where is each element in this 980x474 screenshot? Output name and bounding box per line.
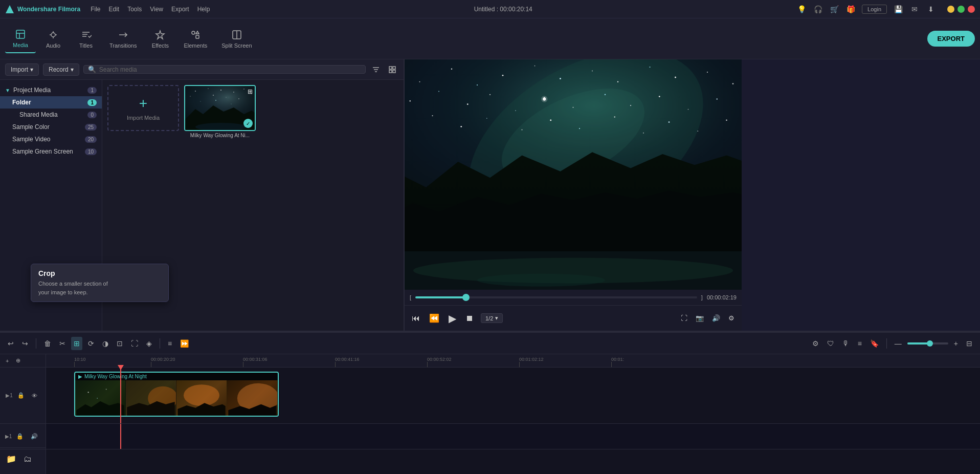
- tab-split-screen[interactable]: Split Screen: [215, 25, 258, 53]
- close-button[interactable]: ✕: [968, 6, 975, 13]
- rotation-button[interactable]: ⟳: [85, 337, 97, 350]
- sidebar-item-sample-video[interactable]: Sample Video 20: [0, 133, 102, 145]
- import-dropdown[interactable]: Import ▾: [5, 63, 39, 76]
- progress-thumb[interactable]: [462, 294, 470, 301]
- search-input[interactable]: [99, 66, 361, 73]
- minimize-button[interactable]: —: [947, 6, 954, 13]
- undo-button[interactable]: ↩: [5, 337, 16, 350]
- svg-point-80: [88, 392, 89, 393]
- skip-back-button[interactable]: ⏮: [410, 312, 422, 325]
- menu-help[interactable]: Help: [197, 6, 210, 13]
- zoom-in-button[interactable]: +: [951, 337, 961, 350]
- bookmark-icon[interactable]: 🔖: [867, 337, 881, 350]
- fullscreen-preview-button[interactable]: ⛶: [679, 312, 689, 324]
- svg-point-24: [215, 100, 216, 101]
- filter-button[interactable]: [370, 63, 382, 76]
- audio-edit-button[interactable]: ≡: [165, 337, 174, 350]
- maximize-button[interactable]: □: [957, 6, 965, 13]
- svg-point-19: [190, 96, 190, 96]
- menu-view[interactable]: View: [150, 6, 163, 13]
- stop-button[interactable]: ⏹: [463, 312, 476, 325]
- svg-point-67: [579, 128, 580, 129]
- sidebar-item-sample-color[interactable]: Sample Color 25: [0, 121, 102, 133]
- clip-play-icon: ▶: [78, 374, 82, 379]
- gift-icon[interactable]: 🎁: [845, 4, 856, 14]
- tab-titles[interactable]: Titles: [71, 25, 101, 53]
- cut-button[interactable]: ✂: [57, 337, 68, 350]
- redo-button[interactable]: ↪: [19, 337, 31, 350]
- save-icon[interactable]: 💾: [893, 4, 903, 14]
- fullscreen-button[interactable]: ⛶: [128, 337, 141, 350]
- svg-point-38: [592, 71, 593, 72]
- export-button[interactable]: EXPORT: [927, 31, 975, 47]
- timeline-right-controls: ⚙ 🛡 🎙 ≡ 🔖 — + ⊟: [810, 337, 975, 350]
- fill-button[interactable]: ◈: [144, 337, 154, 350]
- sidebar-item-folder[interactable]: Folder 1: [0, 96, 102, 109]
- svg-point-70: [669, 121, 670, 123]
- message-icon[interactable]: ✉: [909, 4, 920, 14]
- zoom-slider[interactable]: [907, 342, 948, 344]
- media-item-milky-way[interactable]: ⊞ ✓ Milky Way Glowing At Ni...: [184, 85, 256, 138]
- add-track2-button[interactable]: ⊕: [13, 355, 23, 367]
- current-time: 00:00:02:19: [707, 294, 737, 300]
- grid-view-button[interactable]: [386, 63, 398, 76]
- lock-track-button[interactable]: 🔒: [15, 390, 27, 401]
- shield-icon[interactable]: 🛡: [825, 337, 837, 350]
- progress-track[interactable]: [415, 296, 697, 298]
- menu-tools[interactable]: Tools: [127, 6, 142, 13]
- zoom-out-button[interactable]: —: [892, 337, 904, 350]
- ruler-label-3: 00:00:31:06: [243, 357, 268, 362]
- zoom-thumb[interactable]: [927, 340, 933, 347]
- tab-elements[interactable]: Elements: [177, 25, 213, 53]
- tab-effects[interactable]: Effects: [145, 25, 175, 53]
- tab-transitions[interactable]: Transitions: [103, 25, 143, 53]
- sidebar-item-project-media[interactable]: ▼ Project Media 1: [0, 84, 102, 96]
- screenshot-button[interactable]: 📷: [694, 312, 706, 324]
- resize-button[interactable]: ⊡: [114, 337, 125, 350]
- sidebar-item-sample-green-screen[interactable]: Sample Green Screen 10: [0, 145, 102, 158]
- download-icon[interactable]: ⬇: [926, 4, 936, 14]
- resize-track-button[interactable]: ⊟: [964, 337, 975, 350]
- cart-icon[interactable]: 🛒: [829, 4, 839, 14]
- delete-button[interactable]: 🗑: [41, 337, 54, 350]
- svg-point-48: [467, 103, 469, 105]
- clip-body: [75, 380, 278, 417]
- mask-button[interactable]: ◑: [100, 337, 111, 350]
- menu-export[interactable]: Export: [171, 6, 189, 13]
- add-track-button[interactable]: +: [3, 355, 11, 367]
- timeline-list-icon[interactable]: ≡: [855, 337, 864, 350]
- playhead-audio: [120, 424, 121, 449]
- svg-point-52: [573, 107, 574, 108]
- crop-button[interactable]: ⊞: [71, 337, 82, 350]
- audio-button[interactable]: 🔊: [710, 312, 722, 324]
- mic-icon[interactable]: 🎙: [840, 337, 852, 350]
- menu-edit[interactable]: Edit: [108, 6, 119, 13]
- mute-audio-button[interactable]: 🔊: [28, 430, 40, 442]
- clip-title: Milky Way Glowing At Night: [84, 374, 147, 379]
- clip-frame-4: [227, 380, 278, 417]
- tab-media[interactable]: Media: [5, 25, 36, 53]
- settings-preview-button[interactable]: ⚙: [726, 312, 737, 324]
- lock-audio-button[interactable]: 🔒: [14, 430, 26, 442]
- speed-button[interactable]: ⏩: [177, 337, 191, 350]
- tab-audio[interactable]: Audio: [38, 25, 69, 53]
- headphone-icon[interactable]: 🎧: [813, 4, 823, 14]
- clip-frame-3: [176, 380, 227, 417]
- eye-track-button[interactable]: 👁: [29, 390, 40, 401]
- play-button[interactable]: ▶: [447, 310, 458, 327]
- step-back-button[interactable]: ⏪: [427, 311, 441, 325]
- import-media-placeholder[interactable]: + Import Media: [107, 85, 179, 131]
- svg-point-23: [200, 101, 201, 101]
- svg-point-15: [220, 90, 221, 91]
- record-dropdown[interactable]: Record ▾: [43, 63, 79, 76]
- timeline-clip-milky-way[interactable]: ▶ Milky Way Glowing At Night: [74, 372, 279, 417]
- menu-file[interactable]: File: [91, 6, 100, 13]
- svg-point-36: [534, 66, 536, 67]
- lightbulb-icon[interactable]: 💡: [796, 4, 807, 14]
- preview-progress-bar: [ ] 00:00:02:19: [405, 290, 742, 305]
- page-indicator[interactable]: 1/2 ▾: [481, 313, 503, 323]
- login-button[interactable]: Login: [862, 5, 887, 14]
- settings-icon[interactable]: ⚙: [810, 337, 821, 350]
- sidebar-item-shared-media[interactable]: ▶ Shared Media 0: [0, 109, 102, 121]
- svg-point-14: [208, 88, 208, 89]
